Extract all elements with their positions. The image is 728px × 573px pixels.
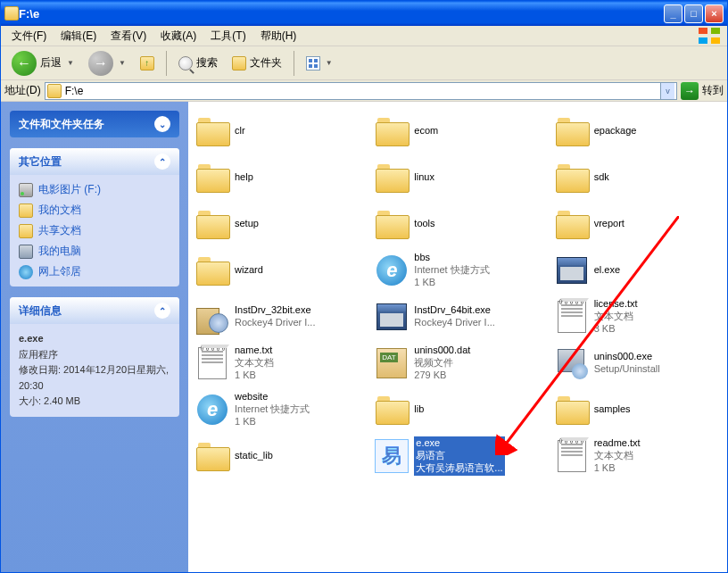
views-dropdown-icon[interactable]: ▼ bbox=[326, 59, 333, 67]
collapse-icon[interactable]: ⌃ bbox=[154, 303, 170, 319]
file-label: websiteInternet 快捷方式1 KB bbox=[235, 391, 310, 428]
search-button[interactable]: 搜索 bbox=[173, 52, 223, 74]
file-item[interactable]: InstDrv_64bit.exeRockey4 Driver I... bbox=[371, 295, 543, 339]
go-label[interactable]: 转到 bbox=[702, 83, 724, 98]
file-label: e.exe易语言大有吴涛易语言软... bbox=[414, 436, 504, 475]
file-item[interactable]: samples bbox=[551, 387, 724, 432]
txt-icon bbox=[194, 345, 231, 382]
file-item[interactable]: linux bbox=[371, 155, 543, 200]
file-item[interactable]: clr bbox=[192, 109, 364, 154]
file-item[interactable]: unins000.exeSetup/Uninstall bbox=[551, 341, 724, 386]
file-item[interactable]: InstDrv_32bit.exeRockey4 Driver I... bbox=[192, 295, 364, 339]
link-mydocuments[interactable]: 我的文档 bbox=[19, 203, 170, 218]
address-dropdown-icon[interactable]: v bbox=[660, 83, 674, 99]
back-arrow-icon: ← bbox=[12, 51, 37, 76]
up-button[interactable] bbox=[135, 53, 160, 74]
file-item[interactable]: ecom bbox=[371, 109, 543, 154]
search-label: 搜索 bbox=[196, 55, 218, 71]
file-item[interactable]: vreport bbox=[551, 202, 724, 246]
back-button[interactable]: ← 后退 ▼ bbox=[6, 47, 79, 79]
ie-icon bbox=[194, 391, 231, 428]
file-item[interactable]: setup bbox=[192, 202, 364, 246]
txt-icon bbox=[553, 298, 591, 336]
file-label: bbsInternet 快捷方式1 KB bbox=[414, 252, 489, 288]
file-item[interactable]: unins000.dat视频文件279 KB bbox=[371, 341, 543, 386]
forward-arrow-icon: → bbox=[88, 51, 113, 76]
file-label: ecom bbox=[414, 125, 438, 137]
file-item[interactable]: sdk bbox=[551, 155, 724, 200]
forward-button[interactable]: → ▼ bbox=[83, 47, 131, 79]
back-dropdown-icon[interactable]: ▼ bbox=[67, 59, 74, 67]
file-label: help bbox=[235, 171, 253, 184]
file-item[interactable]: epackage bbox=[551, 109, 724, 154]
file-label: setup bbox=[235, 218, 259, 230]
search-icon bbox=[178, 56, 193, 71]
file-item[interactable]: name.txt文本文档1 KB bbox=[192, 341, 364, 386]
other-places-panel: 其它位置 ⌃ 电影图片 (F:) 我的文档 共享文档 我的电脑 网上邻居 bbox=[10, 148, 179, 286]
file-label: sdk bbox=[594, 171, 609, 184]
views-button[interactable]: ▼ bbox=[301, 53, 338, 74]
file-label: linux bbox=[414, 171, 434, 184]
link-drive[interactable]: 电影图片 (F:) bbox=[19, 182, 170, 197]
details-filename: e.exe bbox=[19, 331, 170, 347]
menu-favorites[interactable]: 收藏(A) bbox=[153, 27, 203, 46]
file-item[interactable]: bbsInternet 快捷方式1 KB bbox=[371, 248, 543, 293]
folder-icon bbox=[194, 159, 231, 196]
forward-dropdown-icon[interactable]: ▼ bbox=[119, 59, 126, 67]
file-item[interactable]: tools bbox=[371, 202, 543, 246]
collapse-icon[interactable]: ⌄ bbox=[154, 116, 170, 132]
file-item[interactable]: 易e.exe易语言大有吴涛易语言软... bbox=[371, 434, 543, 478]
other-places-header[interactable]: 其它位置 ⌃ bbox=[10, 148, 179, 175]
folder-icon bbox=[194, 252, 231, 289]
file-label: InstDrv_32bit.exeRockey4 Driver I... bbox=[235, 304, 315, 329]
link-drive-label: 电影图片 (F:) bbox=[38, 182, 101, 197]
link-mycomputer[interactable]: 我的电脑 bbox=[19, 244, 170, 259]
collapse-icon[interactable]: ⌃ bbox=[154, 154, 170, 170]
folder-icon bbox=[194, 437, 231, 475]
file-label: readme.txt文本文档1 KB bbox=[594, 437, 641, 474]
file-label: samples bbox=[594, 403, 631, 416]
menu-help[interactable]: 帮助(H) bbox=[253, 27, 304, 46]
close-button[interactable]: × bbox=[705, 4, 724, 23]
addressbar: 地址(D) F:\e v → 转到 bbox=[1, 80, 727, 102]
file-tasks-title: 文件和文件夹任务 bbox=[19, 117, 104, 132]
file-item[interactable]: help bbox=[192, 155, 364, 200]
link-shared-label: 共享文档 bbox=[38, 223, 81, 238]
details-header[interactable]: 详细信息 ⌃ bbox=[10, 297, 179, 324]
e-icon: 易 bbox=[373, 437, 410, 475]
views-icon bbox=[306, 56, 320, 71]
file-item[interactable]: license.txt文本文档3 KB bbox=[551, 295, 724, 339]
drive-icon bbox=[19, 183, 33, 197]
explorer-body: 文件和文件夹任务 ⌄ 其它位置 ⌃ 电影图片 (F:) 我的文档 共享文档 我的… bbox=[1, 102, 727, 572]
titlebar-folder-icon bbox=[4, 6, 19, 21]
menu-edit[interactable]: 编辑(E) bbox=[54, 27, 103, 46]
file-item[interactable]: static_lib bbox=[192, 434, 364, 478]
menu-tools[interactable]: 工具(T) bbox=[203, 27, 252, 46]
address-field[interactable]: F:\e v bbox=[45, 82, 677, 100]
file-list[interactable]: clrecomepackagehelplinuxsdksetuptoolsvre… bbox=[188, 102, 727, 572]
folders-button[interactable]: 文件夹 bbox=[227, 52, 287, 74]
link-shared[interactable]: 共享文档 bbox=[19, 223, 170, 238]
toolbar-separator bbox=[294, 51, 294, 76]
file-label: tools bbox=[414, 218, 434, 230]
file-item[interactable]: el.exe bbox=[551, 248, 724, 293]
toolbar: ← 后退 ▼ → ▼ 搜索 文件夹 ▼ bbox=[1, 46, 727, 80]
link-network[interactable]: 网上邻居 bbox=[19, 264, 170, 279]
setup-icon bbox=[553, 345, 591, 382]
maximize-button[interactable]: □ bbox=[684, 4, 703, 23]
file-item[interactable]: readme.txt文本文档1 KB bbox=[551, 434, 724, 478]
explorer-window: F:\e _ □ × 文件(F) 编辑(E) 查看(V) 收藏(A) 工具(T)… bbox=[0, 0, 728, 573]
txt-icon bbox=[553, 437, 591, 475]
toolbar-separator bbox=[166, 51, 167, 76]
titlebar[interactable]: F:\e _ □ × bbox=[1, 1, 727, 26]
menu-file[interactable]: 文件(F) bbox=[4, 27, 54, 46]
file-item[interactable]: websiteInternet 快捷方式1 KB bbox=[192, 387, 364, 432]
file-item[interactable]: lib bbox=[371, 387, 543, 432]
file-tasks-header[interactable]: 文件和文件夹任务 ⌄ bbox=[10, 111, 179, 137]
file-label: lib bbox=[414, 403, 424, 416]
file-item[interactable]: wizard bbox=[192, 248, 364, 293]
go-button[interactable]: → bbox=[681, 82, 699, 100]
network-icon bbox=[19, 265, 33, 279]
minimize-button[interactable]: _ bbox=[664, 4, 682, 23]
menu-view[interactable]: 查看(V) bbox=[103, 27, 153, 46]
